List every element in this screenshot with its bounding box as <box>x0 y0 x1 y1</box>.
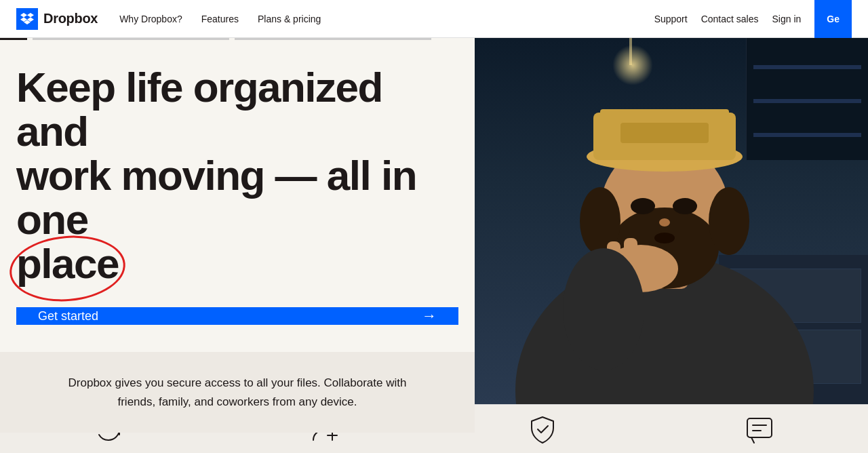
hero-title-line1: Keep life organized andwork moving — all… <box>16 64 416 243</box>
hero-title-place: place <box>16 241 119 285</box>
nav-support[interactable]: Support <box>654 14 688 24</box>
scroll-gap-2 <box>229 38 235 40</box>
hero-title: Keep life organized andwork moving — all… <box>16 65 458 285</box>
svg-rect-21 <box>747 418 772 437</box>
nav-get-started-button[interactable]: Ge <box>814 0 852 38</box>
nav-sign-in[interactable]: Sign in <box>772 14 802 24</box>
scroll-line-2 <box>33 38 229 40</box>
person-container <box>475 38 868 404</box>
hero-left: Keep life organized andwork moving — all… <box>0 38 475 404</box>
hero-description-area: Dropbox gives you secure access to all y… <box>0 352 475 432</box>
svg-point-10 <box>631 198 655 214</box>
feature-message <box>739 409 780 450</box>
scroll-line-3 <box>235 38 431 40</box>
hero-get-started-button[interactable]: Get started → <box>16 307 458 325</box>
nav-right: Support Contact sales Sign in Ge <box>654 0 852 38</box>
logo-text: Dropbox <box>43 11 98 26</box>
svg-point-13 <box>654 233 675 243</box>
navbar: Dropbox Why Dropbox? Features Plans & pr… <box>0 0 868 38</box>
svg-point-12 <box>659 218 670 226</box>
message-icon <box>745 414 774 444</box>
hero-section: Keep life organized andwork moving — all… <box>0 38 868 404</box>
scroll-gap-1 <box>27 38 33 40</box>
hero-photo-placeholder <box>475 38 868 404</box>
hero-cta-label: Get started <box>38 309 98 323</box>
hero-cta-arrow-icon: → <box>422 307 437 325</box>
scroll-line-1 <box>0 38 27 40</box>
shield-check-icon <box>528 414 557 444</box>
nav-why-dropbox[interactable]: Why Dropbox? <box>119 14 182 24</box>
logo[interactable]: Dropbox <box>16 8 98 30</box>
hero-image <box>475 38 868 404</box>
svg-rect-8 <box>600 109 729 119</box>
person-svg <box>475 38 868 404</box>
hero-description: Dropbox gives you secure access to all y… <box>58 374 417 410</box>
nav-links: Why Dropbox? Features Plans & pricing <box>119 14 654 24</box>
nav-contact-sales[interactable]: Contact sales <box>701 14 759 24</box>
svg-point-17 <box>563 248 644 370</box>
scroll-indicators <box>0 38 442 40</box>
svg-point-11 <box>673 198 697 214</box>
nav-plans-pricing[interactable]: Plans & pricing <box>258 14 321 24</box>
logo-icon <box>16 8 38 30</box>
svg-point-5 <box>709 187 749 255</box>
nav-features[interactable]: Features <box>201 14 239 24</box>
feature-security <box>522 409 563 450</box>
svg-rect-9 <box>620 123 709 143</box>
